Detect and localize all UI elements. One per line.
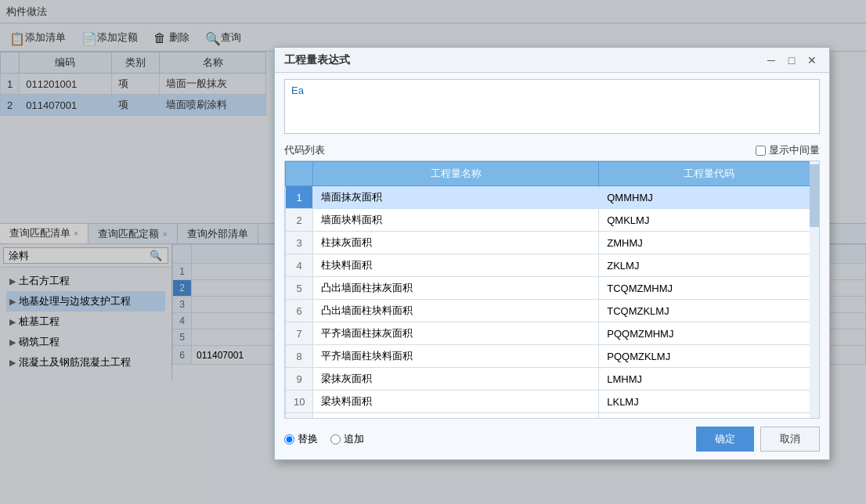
- row-quantity-code: QMMHMJ: [599, 186, 819, 209]
- row-index: 11: [286, 413, 313, 419]
- modal-controls: ─ □ ✕: [763, 52, 820, 68]
- confirm-button[interactable]: 确定: [696, 427, 754, 452]
- row-quantity-name: 梁块料面积: [313, 391, 599, 413]
- table-row[interactable]: 9梁抹灰面积LMHMJ: [286, 368, 819, 391]
- radio-replace[interactable]: 替换: [284, 432, 318, 446]
- radio-append[interactable]: 追加: [330, 432, 364, 446]
- modal-table-wrap: 工程量名称 工程量代码 1墙面抹灰面积QMMHMJ2墙面块料面积QMKLMJ3柱…: [284, 160, 820, 419]
- show-intermediate-checkbox[interactable]: [756, 146, 766, 156]
- row-quantity-code: LMHMJ: [599, 368, 819, 391]
- row-index: 4: [286, 254, 313, 277]
- row-index: 1: [286, 186, 313, 209]
- row-quantity-code: QMKLMJ: [599, 209, 819, 232]
- row-quantity-code: ZKLMJ: [599, 254, 819, 277]
- row-quantity-name: 凸出墙面柱抹灰面积: [313, 277, 599, 300]
- row-quantity-name: 凸出墙面柱块料面积: [313, 300, 599, 322]
- row-index: 10: [286, 391, 313, 413]
- row-quantity-code: ZMHMJ: [599, 232, 819, 254]
- table-row[interactable]: 8平齐墙面柱块料面积PQQMZKLMJ: [286, 345, 819, 368]
- modal-dialog: 工程量表达式 ─ □ ✕ Ea 代码列表 显示中间量 工程量名称 工程量代码: [274, 47, 830, 460]
- cancel-button[interactable]: 取消: [760, 427, 820, 452]
- code-section-label: 代码列表: [284, 143, 325, 157]
- close-button[interactable]: ✕: [804, 52, 820, 68]
- show-intermediate-label: 显示中间量: [769, 143, 820, 157]
- show-intermediate-wrap: 显示中间量: [756, 143, 820, 157]
- row-index: 9: [286, 368, 313, 391]
- row-quantity-name: 平齐墙面柱块料面积: [313, 345, 599, 368]
- table-row[interactable]: 2墙面块料面积QMKLMJ: [286, 209, 819, 232]
- col-header-index: [286, 162, 313, 186]
- row-quantity-code: TCQMZMHMJ: [599, 277, 819, 300]
- row-quantity-name: 平齐墙面柱抹灰面积: [313, 322, 599, 345]
- radio-append-input[interactable]: [330, 434, 341, 445]
- row-index: 8: [286, 345, 313, 368]
- table-row[interactable]: 1墙面抹灰面积QMMHMJ: [286, 186, 819, 209]
- row-index: 7: [286, 322, 313, 345]
- table-row[interactable]: 11过梁抹灰面积GLMHMJ: [286, 413, 819, 419]
- col-header-name: 工程量名称: [313, 162, 599, 186]
- expression-area[interactable]: Ea: [284, 79, 820, 134]
- row-quantity-name: 过梁抹灰面积: [313, 413, 599, 419]
- table-row[interactable]: 6凸出墙面柱块料面积TCQMZKLMJ: [286, 300, 819, 322]
- code-section-header: 代码列表 显示中间量: [275, 140, 829, 160]
- table-row[interactable]: 3柱抹灰面积ZMHMJ: [286, 232, 819, 254]
- row-quantity-name: 梁抹灰面积: [313, 368, 599, 391]
- row-quantity-code: PQQMZMHMJ: [599, 322, 819, 345]
- minimize-button[interactable]: ─: [763, 52, 779, 68]
- table-row[interactable]: 5凸出墙面柱抹灰面积TCQMZMHMJ: [286, 277, 819, 300]
- row-quantity-code: PQQMZKLMJ: [599, 345, 819, 368]
- scrollbar-thumb[interactable]: [810, 164, 819, 227]
- table-row[interactable]: 7平齐墙面柱抹灰面积PQQMZMHMJ: [286, 322, 819, 345]
- row-quantity-name: 柱块料面积: [313, 254, 599, 277]
- expression-text: Ea: [285, 80, 819, 101]
- row-quantity-name: 柱抹灰面积: [313, 232, 599, 254]
- table-row[interactable]: 4柱块料面积ZKLMJ: [286, 254, 819, 277]
- col-header-code: 工程量代码: [599, 162, 819, 186]
- radio-group: 替换 追加: [284, 432, 364, 446]
- modal-titlebar: 工程量表达式 ─ □ ✕: [275, 48, 829, 73]
- row-index: 3: [286, 232, 313, 254]
- row-index: 6: [286, 300, 313, 322]
- row-quantity-name: 墙面抹灰面积: [313, 186, 599, 209]
- btn-group: 确定 取消: [696, 427, 820, 452]
- row-quantity-code: GLMHMJ: [599, 413, 819, 419]
- modal-title: 工程量表达式: [284, 53, 350, 67]
- row-index: 2: [286, 209, 313, 232]
- row-quantity-name: 墙面块料面积: [313, 209, 599, 232]
- maximize-button[interactable]: □: [784, 52, 799, 68]
- radio-replace-input[interactable]: [284, 434, 294, 445]
- row-quantity-code: LKLMJ: [599, 391, 819, 413]
- table-row[interactable]: 10梁块料面积LKLMJ: [286, 391, 819, 413]
- modal-code-table: 工程量名称 工程量代码 1墙面抹灰面积QMMHMJ2墙面块料面积QMKLMJ3柱…: [285, 161, 819, 419]
- row-index: 5: [286, 277, 313, 300]
- row-quantity-code: TCQMZKLMJ: [599, 300, 819, 322]
- modal-footer: 替换 追加 确定 取消: [275, 419, 829, 459]
- scrollbar[interactable]: [810, 161, 819, 418]
